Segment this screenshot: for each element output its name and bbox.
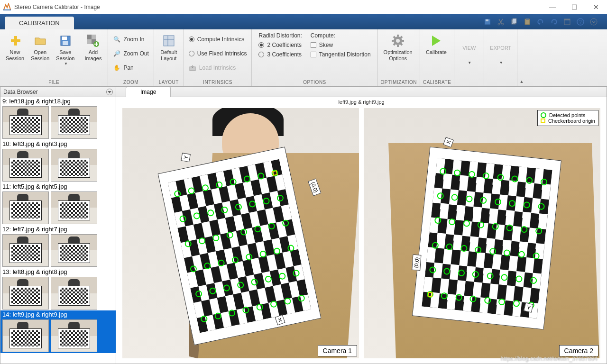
detected-point <box>248 200 257 208</box>
default-layout-button[interactable]: Default Layout <box>157 31 181 64</box>
camera-1-view[interactable]: Y (0,0) X Camera 1 <box>122 108 359 359</box>
svg-rect-10 <box>564 19 570 20</box>
svg-rect-20 <box>92 35 96 39</box>
detected-point <box>540 178 547 185</box>
list-item[interactable]: 12: left7.jpg & right7.jpg <box>0 225 116 268</box>
undo-icon[interactable] <box>537 18 544 26</box>
optimization-options-button[interactable]: Optimization Options <box>381 31 415 64</box>
detected-point <box>212 234 220 242</box>
detected-point <box>511 175 518 182</box>
load-icon <box>189 64 196 72</box>
detected-point <box>443 268 451 275</box>
ribbon-options-label: OPTIONS <box>255 79 374 86</box>
checkbox-tangential[interactable]: Tangential Distortion <box>311 51 371 58</box>
save-session-button[interactable]: Save Session ▼ <box>53 31 77 68</box>
camera-2-view[interactable]: X (0,0) Y Detected points Checkerboard o… <box>363 108 601 359</box>
cut-icon[interactable] <box>497 18 505 26</box>
detected-point <box>446 243 453 250</box>
detected-point <box>518 251 525 258</box>
maximize-button[interactable]: ☐ <box>563 0 585 14</box>
list-item[interactable]: 10: left3.jpg & right3.jpg <box>0 140 116 182</box>
legend-detected: Detected points <box>549 112 585 118</box>
detected-point <box>501 274 508 281</box>
detected-point <box>203 262 212 270</box>
panel-menu-icon[interactable] <box>106 89 113 95</box>
detected-point <box>215 181 223 189</box>
detected-point <box>287 244 295 252</box>
redo-icon[interactable] <box>550 18 558 26</box>
thumbnail <box>2 106 49 139</box>
detected-point <box>198 237 206 245</box>
open-session-button[interactable]: Open Session <box>28 31 52 64</box>
detected-point <box>267 222 276 230</box>
checkbox-skew[interactable]: Skew <box>311 42 371 48</box>
detected-point <box>256 303 264 311</box>
svg-rect-8 <box>526 18 529 20</box>
chevron-down-icon: ▼ <box>468 61 471 65</box>
list-item[interactable]: 14: left9.jpg & right9.jpg <box>0 310 116 353</box>
zoom-in-button[interactable]: 🔍 Zoom In <box>111 33 146 46</box>
detected-point <box>250 278 258 286</box>
minimize-button[interactable]: — <box>542 0 563 14</box>
radial-distortion-label: Radial Distortion: <box>258 32 302 39</box>
ribbon-group-file: New Session Open Session Save Session ▼ … <box>0 29 108 86</box>
svg-line-36 <box>394 44 395 45</box>
list-item[interactable]: 13: left8.jpg & right8.jpg <box>0 268 116 310</box>
detected-point <box>513 300 520 307</box>
data-browser-header[interactable]: Data Browser <box>0 87 116 97</box>
compute-intrinsics-radio[interactable]: Compute Intrinsics <box>187 33 246 46</box>
paste-icon[interactable] <box>524 18 531 26</box>
new-session-button[interactable]: New Session <box>3 31 27 64</box>
add-images-label: Add Images <box>84 49 101 62</box>
play-icon <box>432 36 441 46</box>
ribbon-collapse-button[interactable]: ▲ <box>517 29 525 86</box>
zoom-out-button[interactable]: 🔎 Zoom Out <box>111 47 150 60</box>
detected-point <box>532 252 539 259</box>
detected-point <box>276 194 284 202</box>
load-intrinsics-button[interactable]: Load Intrinsics <box>187 62 238 74</box>
origin-icon <box>541 118 545 123</box>
pan-button[interactable]: ✋ Pan <box>111 62 135 74</box>
tab-calibration[interactable]: CALIBRATION <box>5 17 74 29</box>
detected-point <box>200 315 208 323</box>
ribbon-zoom-label: ZOOM <box>111 79 150 86</box>
add-images-button[interactable]: Add Images <box>81 31 105 64</box>
radio-2-coefficients[interactable]: 2 Coefficients <box>258 42 302 48</box>
chevron-down-icon: ▼ <box>499 61 503 65</box>
detected-point <box>515 275 522 282</box>
open-session-label: Open Session <box>31 49 49 62</box>
detected-point <box>202 184 210 192</box>
svg-rect-19 <box>87 35 92 39</box>
ribbon-group-optimization: Optimization Options OPTIMIZATION <box>378 29 420 86</box>
image-pair-list[interactable]: 9: left18.jpg & right18.jpg10: left3.jpg… <box>0 97 116 364</box>
detected-point <box>174 190 182 198</box>
radio-3-coefficients[interactable]: 3 Coefficients <box>258 51 302 58</box>
windows-icon[interactable] <box>563 18 571 26</box>
detected-point <box>270 300 278 308</box>
tab-image[interactable]: Image <box>126 87 171 97</box>
camera-2-label: Camera 2 <box>559 345 598 356</box>
list-item[interactable]: 9: left18.jpg & right18.jpg <box>0 97 116 140</box>
view-dropdown[interactable]: VIEW ▼ <box>457 43 481 67</box>
close-button[interactable]: ✕ <box>585 0 607 14</box>
export-dropdown[interactable]: EXPORT ▼ <box>487 43 514 67</box>
save-icon[interactable] <box>484 18 491 26</box>
detected-point <box>480 197 487 204</box>
use-fixed-intrinsics-radio[interactable]: Use Fixed Intrinsics <box>187 47 249 60</box>
detected-point <box>525 177 533 184</box>
help-icon[interactable]: ? <box>577 18 584 26</box>
calibrate-button[interactable]: Calibrate <box>423 31 450 57</box>
copy-icon[interactable] <box>510 18 518 26</box>
detected-point <box>231 256 239 264</box>
list-item[interactable]: 11: left5.jpg & right5.jpg <box>0 182 116 225</box>
detected-point <box>207 209 215 217</box>
ribbon-intrinsics-label: INTRINSICS <box>187 79 249 86</box>
options-icon[interactable] <box>590 18 598 26</box>
detected-point <box>223 284 231 292</box>
ribbon-file-label: FILE <box>3 79 105 86</box>
detected-point <box>292 269 300 277</box>
detected-point <box>454 169 461 176</box>
detected-point <box>278 272 286 280</box>
ribbon-group-calibrate: Calibrate CALIBRATE <box>420 29 454 86</box>
data-browser-title: Data Browser <box>3 89 38 95</box>
